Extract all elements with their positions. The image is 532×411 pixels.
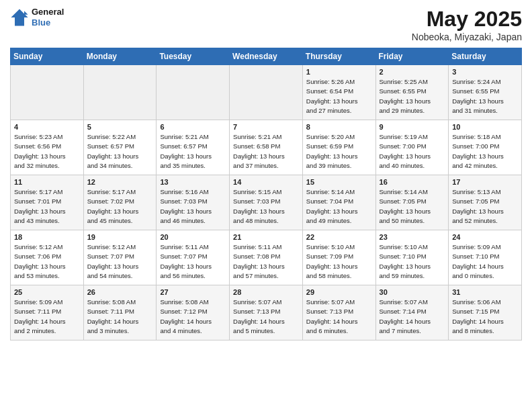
day-info: Sunrise: 5:10 AM Sunset: 7:10 PM Dayligh… bbox=[380, 242, 445, 281]
logo-line1: General bbox=[32, 7, 64, 17]
calendar-cell: 3Sunrise: 5:24 AM Sunset: 6:55 PM Daylig… bbox=[449, 65, 522, 120]
day-info: Sunrise: 5:08 AM Sunset: 7:12 PM Dayligh… bbox=[160, 298, 226, 336]
day-number: 20 bbox=[160, 233, 226, 241]
header: General Blue May 2025 Nobeoka, Miyazaki,… bbox=[10, 7, 522, 42]
day-number: 10 bbox=[452, 123, 518, 131]
calendar-cell: 23Sunrise: 5:10 AM Sunset: 7:10 PM Dayli… bbox=[375, 230, 449, 285]
calendar-week-2: 4Sunrise: 5:23 AM Sunset: 6:56 PM Daylig… bbox=[11, 120, 522, 175]
calendar-table: SundayMondayTuesdayWednesdayThursdayFrid… bbox=[10, 48, 522, 340]
day-info: Sunrise: 5:11 AM Sunset: 7:07 PM Dayligh… bbox=[160, 242, 226, 281]
day-info: Sunrise: 5:08 AM Sunset: 7:11 PM Dayligh… bbox=[87, 298, 153, 336]
weekday-header-wednesday: Wednesday bbox=[230, 48, 303, 65]
day-number: 12 bbox=[87, 178, 153, 186]
svg-marker-0 bbox=[11, 9, 28, 26]
title-area: May 2025 Nobeoka, Miyazaki, Japan bbox=[412, 7, 522, 42]
calendar-cell: 30Sunrise: 5:07 AM Sunset: 7:14 PM Dayli… bbox=[375, 285, 449, 340]
day-info: Sunrise: 5:14 AM Sunset: 7:04 PM Dayligh… bbox=[306, 187, 372, 226]
day-number: 18 bbox=[14, 233, 80, 241]
calendar-cell: 5Sunrise: 5:22 AM Sunset: 6:57 PM Daylig… bbox=[83, 120, 157, 175]
calendar-cell: 13Sunrise: 5:16 AM Sunset: 7:03 PM Dayli… bbox=[157, 175, 230, 230]
day-info: Sunrise: 5:09 AM Sunset: 7:10 PM Dayligh… bbox=[452, 242, 518, 281]
calendar-week-5: 25Sunrise: 5:09 AM Sunset: 7:11 PM Dayli… bbox=[11, 285, 522, 340]
calendar-cell: 1Sunrise: 5:26 AM Sunset: 6:54 PM Daylig… bbox=[302, 65, 375, 120]
calendar-cell: 4Sunrise: 5:23 AM Sunset: 6:56 PM Daylig… bbox=[11, 120, 84, 175]
day-number: 22 bbox=[306, 233, 372, 241]
logo: General Blue bbox=[10, 7, 64, 28]
day-info: Sunrise: 5:25 AM Sunset: 6:55 PM Dayligh… bbox=[380, 77, 445, 116]
day-info: Sunrise: 5:14 AM Sunset: 7:05 PM Dayligh… bbox=[380, 187, 445, 226]
calendar-cell bbox=[230, 65, 303, 120]
logo-text: General Blue bbox=[32, 7, 64, 28]
day-number: 5 bbox=[87, 123, 153, 131]
calendar-week-4: 18Sunrise: 5:12 AM Sunset: 7:06 PM Dayli… bbox=[11, 230, 522, 285]
day-number: 30 bbox=[380, 288, 445, 296]
weekday-header-row: SundayMondayTuesdayWednesdayThursdayFrid… bbox=[11, 48, 522, 65]
location-subtitle: Nobeoka, Miyazaki, Japan bbox=[412, 32, 522, 42]
calendar-cell: 21Sunrise: 5:11 AM Sunset: 7:08 PM Dayli… bbox=[230, 230, 303, 285]
day-number: 19 bbox=[87, 233, 153, 241]
calendar-week-3: 11Sunrise: 5:17 AM Sunset: 7:01 PM Dayli… bbox=[11, 175, 522, 230]
day-info: Sunrise: 5:21 AM Sunset: 6:57 PM Dayligh… bbox=[160, 132, 226, 171]
calendar-cell: 7Sunrise: 5:21 AM Sunset: 6:58 PM Daylig… bbox=[230, 120, 303, 175]
calendar-cell: 28Sunrise: 5:07 AM Sunset: 7:13 PM Dayli… bbox=[230, 285, 303, 340]
day-info: Sunrise: 5:17 AM Sunset: 7:01 PM Dayligh… bbox=[14, 187, 80, 226]
day-number: 4 bbox=[14, 123, 80, 131]
day-info: Sunrise: 5:06 AM Sunset: 7:15 PM Dayligh… bbox=[452, 298, 518, 336]
calendar-cell: 2Sunrise: 5:25 AM Sunset: 6:55 PM Daylig… bbox=[375, 65, 449, 120]
calendar-week-1: 1Sunrise: 5:26 AM Sunset: 6:54 PM Daylig… bbox=[11, 65, 522, 120]
day-info: Sunrise: 5:21 AM Sunset: 6:58 PM Dayligh… bbox=[233, 132, 299, 171]
day-number: 21 bbox=[233, 233, 299, 241]
weekday-header-saturday: Saturday bbox=[449, 48, 522, 65]
day-info: Sunrise: 5:26 AM Sunset: 6:54 PM Dayligh… bbox=[306, 77, 372, 116]
calendar-cell: 31Sunrise: 5:06 AM Sunset: 7:15 PM Dayli… bbox=[449, 285, 522, 340]
calendar-header: SundayMondayTuesdayWednesdayThursdayFrid… bbox=[11, 48, 522, 65]
day-number: 26 bbox=[87, 288, 153, 296]
calendar-cell: 11Sunrise: 5:17 AM Sunset: 7:01 PM Dayli… bbox=[11, 175, 84, 230]
day-info: Sunrise: 5:07 AM Sunset: 7:14 PM Dayligh… bbox=[380, 298, 445, 336]
day-number: 27 bbox=[160, 288, 226, 296]
day-number: 7 bbox=[233, 123, 299, 131]
day-number: 9 bbox=[380, 123, 445, 131]
day-number: 2 bbox=[380, 68, 445, 76]
logo-icon bbox=[10, 8, 29, 27]
weekday-header-tuesday: Tuesday bbox=[157, 48, 230, 65]
day-number: 23 bbox=[380, 233, 445, 241]
day-number: 28 bbox=[233, 288, 299, 296]
calendar-cell: 14Sunrise: 5:15 AM Sunset: 7:03 PM Dayli… bbox=[230, 175, 303, 230]
day-info: Sunrise: 5:10 AM Sunset: 7:09 PM Dayligh… bbox=[306, 242, 372, 281]
logo-line2: Blue bbox=[32, 17, 64, 28]
calendar-cell: 27Sunrise: 5:08 AM Sunset: 7:12 PM Dayli… bbox=[157, 285, 230, 340]
calendar-cell: 19Sunrise: 5:12 AM Sunset: 7:07 PM Dayli… bbox=[83, 230, 157, 285]
day-number: 25 bbox=[14, 288, 80, 296]
day-number: 3 bbox=[452, 68, 518, 76]
weekday-header-sunday: Sunday bbox=[11, 48, 84, 65]
day-info: Sunrise: 5:13 AM Sunset: 7:05 PM Dayligh… bbox=[452, 187, 518, 226]
day-number: 8 bbox=[306, 123, 372, 131]
day-number: 16 bbox=[380, 178, 445, 186]
day-number: 31 bbox=[452, 288, 518, 296]
calendar-cell: 10Sunrise: 5:18 AM Sunset: 7:00 PM Dayli… bbox=[449, 120, 522, 175]
day-number: 11 bbox=[14, 178, 80, 186]
svg-marker-1 bbox=[24, 11, 28, 15]
calendar-cell: 15Sunrise: 5:14 AM Sunset: 7:04 PM Dayli… bbox=[302, 175, 375, 230]
weekday-header-friday: Friday bbox=[375, 48, 449, 65]
day-info: Sunrise: 5:22 AM Sunset: 6:57 PM Dayligh… bbox=[87, 132, 153, 171]
calendar-cell bbox=[157, 65, 230, 120]
weekday-header-monday: Monday bbox=[83, 48, 157, 65]
month-title: May 2025 bbox=[412, 7, 522, 32]
page: General Blue May 2025 Nobeoka, Miyazaki,… bbox=[0, 0, 532, 347]
calendar-cell: 17Sunrise: 5:13 AM Sunset: 7:05 PM Dayli… bbox=[449, 175, 522, 230]
day-info: Sunrise: 5:15 AM Sunset: 7:03 PM Dayligh… bbox=[233, 187, 299, 226]
calendar-cell: 29Sunrise: 5:07 AM Sunset: 7:13 PM Dayli… bbox=[302, 285, 375, 340]
day-number: 13 bbox=[160, 178, 226, 186]
calendar-cell: 12Sunrise: 5:17 AM Sunset: 7:02 PM Dayli… bbox=[83, 175, 157, 230]
day-number: 17 bbox=[452, 178, 518, 186]
calendar-cell: 25Sunrise: 5:09 AM Sunset: 7:11 PM Dayli… bbox=[11, 285, 84, 340]
calendar-body: 1Sunrise: 5:26 AM Sunset: 6:54 PM Daylig… bbox=[11, 65, 522, 340]
day-info: Sunrise: 5:09 AM Sunset: 7:11 PM Dayligh… bbox=[14, 298, 80, 336]
calendar-cell: 20Sunrise: 5:11 AM Sunset: 7:07 PM Dayli… bbox=[157, 230, 230, 285]
day-info: Sunrise: 5:17 AM Sunset: 7:02 PM Dayligh… bbox=[87, 187, 153, 226]
calendar-cell: 18Sunrise: 5:12 AM Sunset: 7:06 PM Dayli… bbox=[11, 230, 84, 285]
calendar-cell: 16Sunrise: 5:14 AM Sunset: 7:05 PM Dayli… bbox=[375, 175, 449, 230]
calendar-cell bbox=[11, 65, 84, 120]
